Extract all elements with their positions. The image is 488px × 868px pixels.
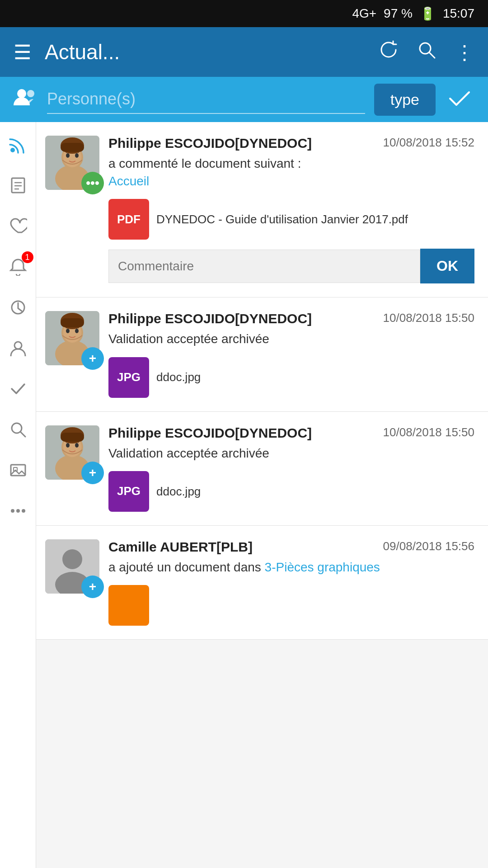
more-options-button[interactable]: ⋮ [450,36,479,68]
menu-button[interactable]: ☰ [9,36,36,68]
activity-link[interactable]: Accueil [108,174,149,188]
sidebar-item-gallery[interactable] [5,457,32,484]
svg-point-22 [66,153,70,158]
activity-description: Validation acceptée archivée [108,330,474,348]
activity-body: Philippe ESCOJIDO[DYNEDOC] 10/08/2018 15… [108,311,474,397]
notification-badge: 1 [22,251,33,263]
activity-badge-add: + [81,462,104,484]
doc-attachment [108,585,474,626]
activity-date: 10/08/2018 15:50 [383,311,474,325]
activity-meta: Philippe ESCOJIDO[DYNEDOC] 10/08/2018 15… [108,136,474,151]
sidebar-item-notifications[interactable]: 1 [5,253,32,280]
svg-point-31 [75,329,79,333]
activity-item: ••• Philippe ESCOJIDO[DYNEDOC] 10/08/201… [36,122,488,297]
activity-body: Camille AUBERT[PLB] 09/08/2018 15:56 a a… [108,539,474,626]
activity-header: + Camille AUBERT[PLB] 09/08/2018 15:56 a… [45,539,474,626]
svg-rect-33 [61,318,84,327]
battery-icon: 🔋 [420,6,436,21]
avatar-wrap: + [45,425,99,480]
activity-date: 10/08/2018 15:52 [383,136,474,150]
sidebar-item-search[interactable] [5,416,32,443]
svg-point-16 [16,509,20,513]
doc-attachment: PDF DYNEDOC - Guide d'utilisation Janvie… [108,199,474,240]
time-display: 15:07 [443,6,474,21]
activity-body: Philippe ESCOJIDO[DYNEDOC] 10/08/2018 15… [108,425,474,512]
sidebar-item-history[interactable] [5,294,32,321]
app-title: Actual... [45,40,365,64]
comment-row: OK [108,249,474,283]
svg-point-38 [66,443,70,448]
svg-point-43 [62,549,82,569]
svg-point-15 [11,509,14,513]
activity-badge-add: + [81,347,104,370]
svg-rect-13 [11,465,25,476]
svg-point-4 [10,148,15,152]
svg-rect-41 [61,433,84,442]
svg-point-10 [14,342,22,349]
activity-description: Validation acceptée archivée [108,444,474,462]
status-bar: 4G+ 97 % 🔋 15:07 [0,0,488,27]
activity-badge-add: + [81,576,104,598]
activity-user: Philippe ESCOJIDO[DYNEDOC] [108,311,312,326]
doc-attachment: JPG ddoc.jpg [108,357,474,398]
svg-point-30 [66,329,70,333]
doc-type-icon [108,585,149,626]
doc-name: ddoc.jpg [156,483,201,500]
app-bar: ☰ Actual... ⋮ [0,27,488,77]
activity-feed: ••• Philippe ESCOJIDO[DYNEDOC] 10/08/201… [36,122,488,868]
activity-meta: Camille AUBERT[PLB] 09/08/2018 15:56 [108,539,474,555]
activity-item: + Philippe ESCOJIDO[DYNEDOC] 10/08/2018 … [36,412,488,526]
avatar-wrap: + [45,311,99,365]
filter-bar: type [0,77,488,122]
comment-ok-button[interactable]: OK [420,249,474,283]
person-filter-input[interactable] [47,85,365,114]
sidebar-item-feed[interactable] [5,131,32,158]
search-button[interactable] [412,35,441,69]
refresh-button[interactable] [374,35,403,69]
activity-body: Philippe ESCOJIDO[DYNEDOC] 10/08/2018 15… [108,136,474,283]
activity-badge-comment: ••• [81,172,104,194]
svg-rect-25 [61,143,84,152]
comment-input[interactable] [108,250,420,283]
activity-user: Philippe ESCOJIDO[DYNEDOC] [108,136,312,151]
main-layout: 1 [0,122,488,868]
activity-header: + Philippe ESCOJIDO[DYNEDOC] 10/08/2018 … [45,425,474,512]
activity-date: 09/08/2018 15:56 [383,539,474,553]
svg-line-12 [20,432,25,437]
activity-date: 10/08/2018 15:50 [383,425,474,439]
sidebar-item-validate[interactable] [5,375,32,402]
activity-meta: Philippe ESCOJIDO[DYNEDOC] 10/08/2018 15… [108,311,474,326]
activity-link[interactable]: 3-Pièces graphiques [265,560,380,574]
avatar-wrap: ••• [45,136,99,190]
svg-point-2 [17,89,26,98]
signal-indicator: 4G+ [352,6,376,21]
activity-item: + Camille AUBERT[PLB] 09/08/2018 15:56 a… [36,526,488,640]
battery-level: 97 % [384,6,413,21]
people-filter-icon [14,86,38,113]
sidebar: 1 [0,122,36,868]
svg-point-3 [27,90,34,97]
activity-user: Philippe ESCOJIDO[DYNEDOC] [108,425,312,441]
doc-name: ddoc.jpg [156,369,201,385]
activity-meta: Philippe ESCOJIDO[DYNEDOC] 10/08/2018 15… [108,425,474,441]
type-filter-button[interactable]: type [374,84,436,116]
activity-user: Camille AUBERT[PLB] [108,539,253,555]
sidebar-item-docs[interactable] [5,172,32,199]
sidebar-item-more[interactable] [5,497,32,524]
sidebar-item-favorites[interactable] [5,212,32,240]
activity-header: + Philippe ESCOJIDO[DYNEDOC] 10/08/2018 … [45,311,474,397]
svg-point-17 [22,509,25,513]
doc-type-icon: PDF [108,199,149,240]
activity-item: + Philippe ESCOJIDO[DYNEDOC] 10/08/2018 … [36,297,488,411]
activity-description: a commenté le document suivant : Accueil [108,155,474,190]
sidebar-item-contacts[interactable] [5,335,32,362]
filter-confirm-button[interactable] [445,83,474,116]
doc-name: DYNEDOC - Guide d'utilisation Janvier 20… [156,211,408,227]
activity-description: a ajouté un document dans 3-Pièces graph… [108,558,474,576]
svg-point-39 [75,443,79,448]
avatar-wrap: + [45,539,99,594]
activity-header: ••• Philippe ESCOJIDO[DYNEDOC] 10/08/201… [45,136,474,283]
svg-line-1 [429,52,435,58]
doc-type-icon: JPG [108,471,149,512]
doc-attachment: JPG ddoc.jpg [108,471,474,512]
